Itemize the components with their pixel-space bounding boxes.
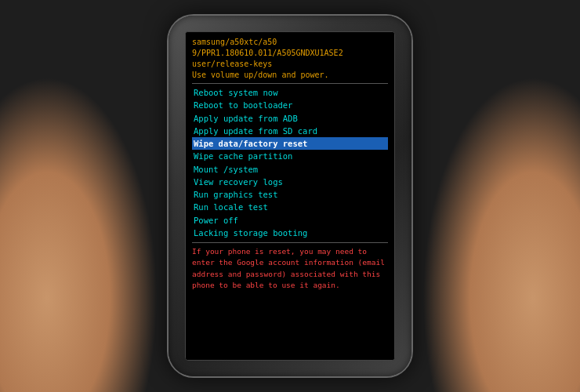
menu-item-wipe-cache[interactable]: Wipe cache partition <box>192 150 388 162</box>
menu-item-run-graphics[interactable]: Run graphics test <box>192 188 388 201</box>
menu-item-reboot-system[interactable]: Reboot system now <box>192 86 388 99</box>
menu-item-apply-adb[interactable]: Apply update from ADB <box>192 112 388 125</box>
menu-item-view-logs[interactable]: View recovery logs <box>192 176 388 188</box>
phone-outer: samsung/a50xtc/a50 9/PPR1.180610.011/A50… <box>169 16 411 376</box>
header-line-3: user/release-keys <box>192 59 388 70</box>
warning-section: If your phone is reset, you may need to … <box>192 242 388 291</box>
warning-text: If your phone is reset, you may need to … <box>192 246 388 291</box>
menu-item-mount-system[interactable]: Mount /system <box>192 163 388 176</box>
header-line-4: Use volume up/down and power. <box>192 70 388 81</box>
menu-item-lacking-storage[interactable]: Lacking storage booting <box>192 227 388 239</box>
menu-item-apply-sdcard[interactable]: Apply update from SD card <box>192 125 388 137</box>
scene: samsung/a50xtc/a50 9/PPR1.180610.011/A50… <box>0 0 580 392</box>
menu-item-power-off[interactable]: Power off <box>192 214 388 227</box>
menu-item-reboot-bootloader[interactable]: Reboot to bootloader <box>192 99 388 111</box>
header-line-2: 9/PPR1.180610.011/A505GNDXU1ASE2 <box>192 48 388 59</box>
menu-item-wipe-factory[interactable]: Wipe data/factory reset <box>192 137 388 150</box>
recovery-menu: Reboot system nowReboot to bootloaderApp… <box>192 86 388 239</box>
header-line-1: samsung/a50xtc/a50 <box>192 37 388 48</box>
screen-content: samsung/a50xtc/a50 9/PPR1.180610.011/A50… <box>186 32 394 360</box>
header-divider <box>192 83 388 84</box>
phone-screen: samsung/a50xtc/a50 9/PPR1.180610.011/A50… <box>185 31 395 361</box>
menu-item-run-locale[interactable]: Run locale test <box>192 201 388 213</box>
